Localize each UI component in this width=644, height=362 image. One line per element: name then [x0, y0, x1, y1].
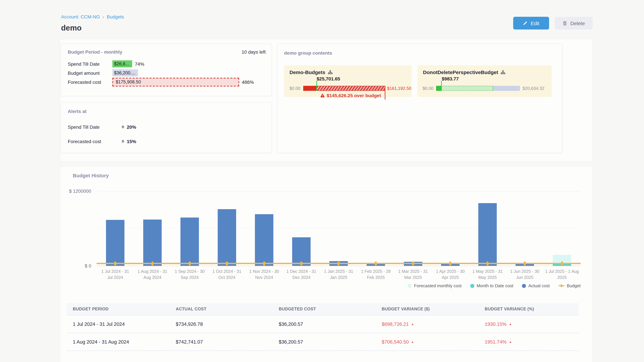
warning-icon: [320, 93, 325, 97]
x-axis-tick-label: 1 Aug 2024 - 31 Aug 2024: [134, 269, 171, 281]
chart-legend: Forecasted monthly costMonth to Date cos…: [96, 283, 580, 288]
legend-item-forecasted-monthly-cost[interactable]: Forecasted monthly cost: [408, 283, 462, 288]
forecasted-cost-label: Forecasted cost: [68, 79, 112, 85]
col-budget-period: Budget Period: [67, 307, 170, 311]
budget-period-card: Budget Period - monthly 10 days left Spe…: [61, 43, 272, 96]
spend-marker-value: $983.77: [442, 76, 459, 81]
chart-category-slot: [246, 191, 283, 266]
bar-max-label: $20,634.32: [522, 86, 544, 91]
budget-history-chart: [96, 191, 580, 266]
legend-label: Budget: [567, 283, 580, 288]
table-header-row: Budget Period Actual Cost Budgeted Cost …: [67, 303, 578, 316]
breadcrumb-account-link[interactable]: Account: CCM-NG: [61, 14, 100, 19]
delete-button-label: Delete: [570, 20, 585, 26]
forecasted-cost-bar[interactable]: $175,908.50: [112, 78, 239, 86]
bar-min-label: $0.00: [290, 86, 300, 91]
chart-category-slot: [506, 191, 544, 266]
chart-category-slot: [469, 191, 506, 266]
child-budget-card[interactable]: DonotDeletePerspectiveBudget $983.77 $0.…: [418, 65, 552, 97]
breadcrumb-separator-icon: ›: [103, 14, 104, 19]
chart-category-slot: [394, 191, 432, 266]
x-axis-tick-label: 1 Jun 2025 - 30 Jun 2025: [506, 269, 544, 281]
legend-item-actual-cost[interactable]: Actual cost: [522, 283, 550, 288]
child-budget-card[interactable]: Demo-Budgets $25,701.65 $0.00 $161,192.5…: [284, 65, 412, 97]
x-axis-tick-label: 1 Jul 2025 - 1 Aug 2025: [544, 269, 580, 281]
pencil-icon: [523, 21, 528, 25]
alert-row-spend: Spend Till Date 20%: [68, 124, 265, 130]
edit-button[interactable]: Edit: [513, 17, 549, 29]
series-color-swatch: [470, 284, 474, 288]
forecasted-cost-percent: 486%: [242, 79, 254, 85]
legend-label: Forecasted monthly cost: [414, 283, 462, 288]
triangle-up-icon: ▲: [411, 340, 414, 344]
alert-spend-label: Spend Till Date: [68, 124, 121, 130]
cell-budgeted: $36,200.57: [273, 339, 376, 345]
triangle-up-icon: ▲: [509, 340, 512, 344]
days-left-label: 10 days left: [242, 49, 266, 55]
cell-variance-usd: $706,540.50▲: [376, 339, 479, 345]
legend-item-budget[interactable]: Budget: [558, 283, 580, 288]
chart-category-slot: [96, 191, 134, 266]
budget-history-title: Budget History: [73, 173, 109, 178]
budget-amount-row: Budget amount $36,200....: [68, 68, 266, 77]
alert-spend-value: 20%: [127, 124, 136, 130]
budget-amount-label: Budget amount: [68, 70, 112, 76]
legend-label: Actual cost: [528, 283, 550, 288]
budget-line-swatch: [558, 285, 564, 286]
legend-label: Month to Date cost: [477, 283, 513, 288]
table-row[interactable]: 1 Aug 2024 - 31 Aug 2024 $742,741.07 $36…: [67, 333, 578, 351]
actual-cost-bar[interactable]: [180, 218, 199, 266]
series-color-swatch: [408, 284, 412, 288]
budget-usage-bar: [303, 86, 385, 91]
cell-budgeted: $36,200.57: [273, 322, 376, 327]
actual-cost-bar[interactable]: [218, 209, 236, 266]
cell-period: 1 Aug 2024 - 31 Aug 2024: [67, 339, 170, 345]
actual-cost-bar[interactable]: [143, 220, 162, 266]
forecasted-cost-row: Forecasted cost $175,908.50 486%: [68, 77, 266, 86]
chart-category-slot: [171, 191, 208, 266]
cell-actual: $742,741.07: [170, 339, 273, 345]
triangle-up-icon: ▲: [509, 323, 512, 326]
group-contents-card: demo group contents Demo-Budgets $25,701…: [277, 43, 562, 153]
x-axis-tick-label: 1 Nov 2024 - 30 Nov 2024: [246, 269, 283, 281]
breadcrumb-budgets-link[interactable]: Budgets: [107, 14, 124, 19]
page-title: demo: [61, 23, 82, 32]
bar-max-label: $161,192.50: [387, 86, 412, 91]
breadcrumb: Account: CCM-NG › Budgets: [61, 14, 124, 19]
spend-till-date-label: Spend Till Date: [68, 61, 112, 66]
x-axis-tick-label: 1 Feb 2025 - 28 Feb 2025: [357, 269, 394, 281]
cell-variance-pct: 1930.15%▲: [479, 322, 578, 327]
cell-variance-pct: 1951.74%▲: [479, 339, 578, 345]
table-row[interactable]: 1 Jul 2024 - 31 Jul 2024 $734,926.78 $36…: [67, 316, 578, 333]
alerts-card-title: Alerts at: [68, 109, 86, 114]
hierarchy-icon: [500, 70, 506, 75]
legend-item-month-to-date-cost[interactable]: Month to Date cost: [470, 283, 513, 288]
budget-usage-bar: [436, 86, 520, 91]
edit-button-label: Edit: [531, 20, 539, 26]
budget-period-card-title: Budget Period - monthly: [68, 49, 122, 55]
child-budget-name: DonotDeletePerspectiveBudget: [423, 69, 498, 75]
delete-button[interactable]: Delete: [555, 17, 593, 29]
budget-detail-page: Account: CCM-NG › Budgets demo Edit Dele…: [0, 0, 644, 362]
alert-forecast-label: Forecasted cost: [68, 139, 121, 144]
spend-till-date-bar[interactable]: $26,6...: [112, 60, 132, 67]
budget-amount-bar[interactable]: $36,200....: [112, 69, 138, 76]
actual-cost-bar[interactable]: [255, 214, 273, 266]
chart-category-slot: [544, 191, 580, 266]
x-axis-tick-label: 1 Apr 2025 - 30 Apr 2025: [432, 269, 469, 281]
spend-till-date-row: Spend Till Date $26,6... 74%: [68, 59, 266, 68]
x-axis-tick-label: 1 Jul 2024 - 31 Jul 2024: [96, 269, 134, 281]
group-card-title: demo group contents: [284, 50, 332, 56]
over-budget-text: $145,626.25 over budget: [327, 93, 381, 98]
alerts-card: Alerts at Spend Till Date 20% Forecasted…: [61, 102, 272, 153]
bell-icon: [121, 139, 125, 144]
alert-row-forecast: Forecasted cost 15%: [68, 139, 265, 144]
over-budget-alert: $145,626.25 over budget: [320, 93, 381, 98]
actual-cost-bar[interactable]: [106, 220, 124, 266]
y-axis-min-label: $ 0: [61, 263, 91, 269]
x-axis-tick-label: 1 Oct 2024 - 31 Oct 2024: [208, 269, 246, 281]
alert-forecast-value: 15%: [127, 139, 136, 144]
chart-category-slot: [432, 191, 469, 266]
x-axis-tick-label: 1 Sep 2024 - 30 Sep 2024: [171, 269, 208, 281]
actual-cost-bar[interactable]: [478, 203, 497, 266]
